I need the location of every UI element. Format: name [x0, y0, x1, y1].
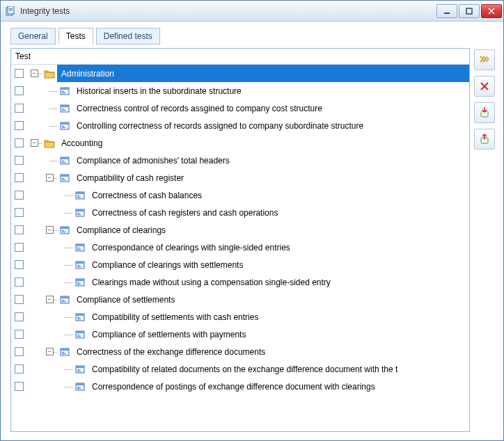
row-checkbox[interactable] — [15, 364, 24, 374]
tree-row[interactable]: Correspondance of clearings with single-… — [11, 239, 469, 256]
import-icon — [480, 107, 489, 118]
tree-row[interactable]: −Compatibility of cash register — [11, 169, 469, 186]
tree-row[interactable]: Correctness control of records assgined … — [11, 99, 469, 117]
svg-rect-72 — [77, 387, 79, 387]
collapse-toggle[interactable]: − — [46, 296, 54, 303]
delete-icon — [480, 81, 489, 91]
tree-item-label: Controlling correctness of records assig… — [72, 117, 469, 134]
folder-icon — [42, 138, 57, 148]
svg-rect-55 — [76, 314, 84, 316]
svg-rect-8 — [62, 91, 64, 92]
svg-rect-32 — [77, 213, 79, 214]
svg-rect-19 — [61, 157, 69, 159]
svg-rect-20 — [62, 161, 64, 161]
tree-row[interactable]: Correspondence of postings of exchange d… — [11, 378, 469, 395]
svg-rect-51 — [61, 296, 69, 298]
collapse-toggle[interactable]: − — [46, 174, 54, 182]
export-button[interactable] — [474, 129, 495, 150]
row-checkbox[interactable] — [15, 121, 24, 130]
row-checkbox[interactable] — [15, 347, 24, 356]
tree-body[interactable]: −AdministrationHistorical inserts in the… — [11, 65, 469, 431]
svg-rect-27 — [76, 192, 84, 194]
svg-rect-63 — [61, 348, 69, 351]
minimize-button[interactable] — [436, 4, 457, 18]
tree-row[interactable]: −Correctness of the exchange difference … — [11, 343, 469, 360]
svg-rect-69 — [77, 371, 81, 371]
tree-item-label: Accounting — [57, 134, 469, 152]
row-checkbox[interactable] — [15, 69, 24, 78]
collapse-toggle[interactable]: − — [46, 226, 54, 234]
tree-row[interactable]: Compatibility of settlements with cash e… — [11, 308, 469, 326]
window-icon — [72, 278, 88, 287]
svg-rect-39 — [76, 244, 84, 246]
svg-rect-25 — [62, 179, 65, 180]
tree-row[interactable]: Compatibility of related documents on th… — [11, 360, 469, 378]
row-checkbox[interactable] — [15, 225, 24, 234]
tree-row[interactable]: Correctness of cash registers and cash o… — [11, 204, 469, 221]
svg-rect-49 — [77, 284, 81, 284]
svg-rect-36 — [62, 230, 64, 231]
tab-tests[interactable]: Tests — [58, 28, 93, 45]
row-checkbox[interactable] — [15, 208, 24, 217]
tree-item-label: Correctness of cash registers and cash o… — [88, 204, 469, 221]
side-toolbar — [474, 48, 499, 432]
tree-row[interactable]: Historical inserts in the subordinate st… — [11, 82, 469, 99]
window-icon — [72, 209, 88, 217]
svg-rect-16 — [62, 126, 64, 127]
maximize-button[interactable] — [459, 4, 480, 18]
tree-row[interactable]: −Administration — [11, 65, 469, 82]
tree-item-label: Correspondence of postings of exchange d… — [88, 378, 469, 395]
tree-row[interactable]: Clearings made without using a compensat… — [11, 273, 469, 291]
collapse-toggle[interactable]: − — [31, 70, 38, 77]
window-icon — [72, 191, 88, 200]
window-icon — [57, 226, 72, 234]
tree-item-label: Correctness of the exchange difference d… — [72, 343, 469, 360]
close-button[interactable] — [481, 4, 502, 18]
tab-general[interactable]: General — [10, 28, 56, 45]
svg-rect-28 — [77, 195, 79, 196]
tree-item-label: Administration — [57, 65, 469, 82]
tree-row[interactable]: −Compliance of clearings — [11, 221, 469, 239]
svg-rect-33 — [77, 214, 81, 215]
svg-rect-35 — [61, 227, 69, 229]
tree-row[interactable]: −Compliance of settlements — [11, 291, 469, 308]
row-checkbox[interactable] — [15, 104, 24, 113]
collapse-toggle[interactable]: − — [31, 139, 38, 147]
tree-item-label: Compliance of clearings with settlements — [88, 256, 469, 273]
row-checkbox[interactable] — [15, 156, 24, 165]
svg-rect-73 — [77, 388, 81, 389]
tree-row[interactable]: Compliance of clearings with settlements — [11, 256, 469, 273]
delete-button[interactable] — [474, 76, 495, 97]
svg-rect-57 — [77, 319, 81, 319]
row-checkbox[interactable] — [15, 260, 24, 269]
tree-item-label: Compliance of clearings — [72, 221, 469, 239]
tab-defined-tests[interactable]: Defined tests — [96, 28, 160, 45]
tree-row[interactable]: Controlling correctness of records assig… — [11, 117, 469, 134]
row-checkbox[interactable] — [15, 382, 24, 391]
import-button[interactable] — [474, 102, 495, 123]
window-icon — [57, 157, 72, 165]
tree-row[interactable]: Correctness of cash balances — [11, 186, 469, 204]
row-checkbox[interactable] — [15, 330, 24, 339]
svg-rect-53 — [62, 301, 65, 302]
row-checkbox[interactable] — [15, 191, 24, 200]
row-checkbox[interactable] — [15, 278, 24, 287]
tree-row[interactable]: −Accounting — [11, 134, 469, 152]
run-button[interactable] — [474, 49, 495, 70]
svg-rect-71 — [76, 383, 84, 385]
row-checkbox[interactable] — [15, 295, 24, 304]
tree-item-label: Compatibility of settlements with cash e… — [88, 308, 469, 326]
tree-row[interactable]: Compliance of settlements with payments — [11, 326, 469, 343]
row-checkbox[interactable] — [15, 173, 24, 182]
row-checkbox[interactable] — [15, 312, 24, 321]
tree-panel: Test −AdministrationHistorical inserts i… — [10, 48, 470, 432]
tree-row[interactable]: Compliance of admonishes' total headers — [11, 152, 469, 169]
window-icon — [72, 365, 88, 374]
tree-item-label: Correctness control of records assgined … — [72, 99, 469, 117]
collapse-toggle[interactable]: − — [46, 348, 54, 355]
svg-rect-60 — [77, 335, 79, 335]
row-checkbox[interactable] — [15, 86, 24, 95]
row-checkbox[interactable] — [15, 138, 24, 147]
tab-strip: General Tests Defined tests — [1, 22, 503, 44]
row-checkbox[interactable] — [15, 243, 24, 252]
